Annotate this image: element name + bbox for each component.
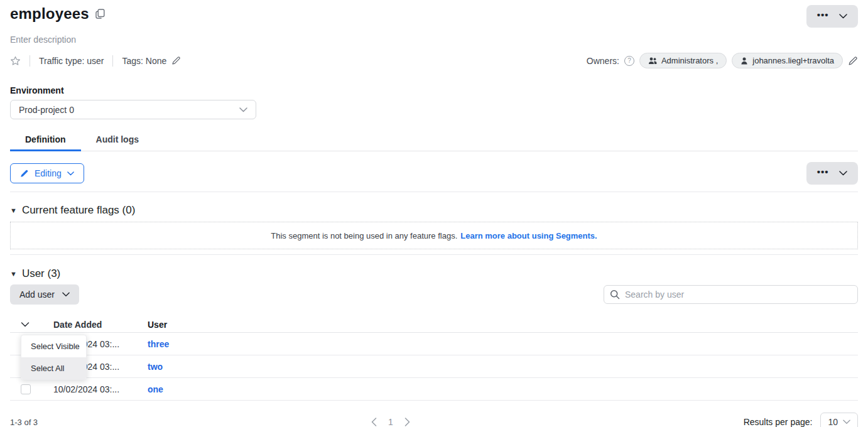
meta-divider	[30, 55, 30, 67]
star-icon[interactable]	[10, 56, 21, 66]
select-rows-chevron-icon[interactable]	[21, 322, 30, 327]
table-row: 10/02/2024 03:... three	[10, 333, 858, 355]
tab-bar: Definition Audit logs	[10, 129, 858, 151]
page-title: employees	[10, 5, 89, 23]
owner-pill-user[interactable]: johannes.liegl+travolta	[732, 53, 843, 68]
meta-row: Traffic type: user Tags: None Owners: ? …	[10, 53, 858, 68]
owners-help-icon[interactable]: ?	[624, 56, 634, 66]
learn-more-link[interactable]: Learn more about using Segments.	[460, 231, 597, 241]
collapse-all-icon[interactable]	[839, 171, 847, 176]
results-per-page-label: Results per page:	[744, 417, 813, 427]
current-page-number[interactable]: 1	[388, 417, 393, 427]
owner-pill-administrators[interactable]: Administrators ,	[639, 53, 727, 68]
per-page-value: 10	[828, 417, 838, 427]
add-user-label: Add user	[19, 289, 55, 300]
group-icon	[648, 57, 657, 65]
pencil-icon	[20, 169, 29, 178]
table-row: 10/02/2024 03:... two	[10, 355, 858, 378]
caret-down-icon: ▼	[10, 207, 17, 214]
search-user-wrap	[604, 285, 858, 304]
chevron-down-icon	[843, 419, 850, 424]
flags-empty-text: This segment is not being used in any fe…	[271, 231, 457, 241]
tab-definition[interactable]: Definition	[10, 129, 81, 151]
users-table: Date Added User 10/02/2024 03:... three …	[10, 316, 858, 401]
section-actions-group: •••	[806, 162, 858, 185]
edit-tags-pencil-icon[interactable]	[171, 56, 181, 65]
environment-selected-value: Prod-project 0	[19, 105, 74, 115]
owner-pill-label: Administrators ,	[661, 56, 718, 65]
date-added-cell: 10/02/2024 03:...	[53, 384, 148, 394]
next-page-icon[interactable]	[404, 418, 410, 426]
row-checkbox[interactable]	[21, 384, 31, 394]
section-divider	[10, 192, 858, 192]
collapse-header-icon[interactable]	[839, 14, 847, 19]
flags-section-title: Current feature flags (0)	[22, 204, 135, 217]
column-header-date-added[interactable]: Date Added	[53, 320, 148, 330]
edit-owners-pencil-icon[interactable]	[848, 56, 858, 66]
user-link[interactable]: one	[148, 384, 163, 394]
tags-label: Tags: None	[122, 56, 166, 66]
chevron-down-icon	[67, 171, 74, 176]
owners-row: Owners: ? Administrators , johannes.lieg…	[587, 53, 858, 68]
header-actions-group: •••	[806, 5, 858, 28]
results-per-page-select[interactable]: 10	[820, 413, 858, 427]
table-header-row: Date Added User	[10, 316, 858, 333]
pagination-bar: 1-3 of 3 1 Results per page: 10	[10, 411, 858, 427]
owner-pill-label: johannes.liegl+travolta	[752, 56, 834, 65]
person-icon	[741, 57, 748, 65]
previous-page-icon[interactable]	[371, 418, 377, 426]
traffic-type-label: Traffic type: user	[39, 56, 104, 66]
editing-button-label: Editing	[35, 168, 62, 178]
more-options-icon[interactable]: •••	[817, 10, 829, 23]
copy-icon[interactable]	[95, 9, 105, 19]
more-options-icon[interactable]: •••	[817, 167, 829, 180]
users-section-heading[interactable]: ▼ User (3)	[10, 268, 858, 280]
editing-button[interactable]: Editing	[10, 163, 84, 183]
search-user-input[interactable]	[604, 285, 858, 304]
environment-select[interactable]: Prod-project 0	[10, 100, 256, 119]
column-header-user[interactable]: User	[148, 320, 858, 330]
menu-item-select-visible[interactable]: Select Visible	[21, 335, 86, 357]
select-rows-menu: Select Visible Select All	[21, 335, 87, 380]
chevron-down-icon	[62, 292, 70, 297]
owners-label: Owners:	[587, 56, 619, 66]
table-row: 10/02/2024 03:... one	[10, 378, 858, 401]
caret-down-icon: ▼	[10, 271, 17, 278]
users-section-title: User (3)	[22, 268, 60, 280]
segment-detail-page: employees ••• Enter description Traffic …	[0, 0, 868, 427]
section-divider	[10, 254, 858, 255]
description-placeholder[interactable]: Enter description	[10, 35, 858, 45]
flags-empty-state: This segment is not being used in any fe…	[10, 222, 858, 249]
page-header: employees •••	[10, 5, 858, 28]
results-range: 1-3 of 3	[10, 418, 38, 427]
pager: 1	[371, 417, 410, 427]
menu-item-select-all[interactable]: Select All	[21, 357, 86, 379]
meta-divider	[112, 55, 113, 67]
tab-audit-logs[interactable]: Audit logs	[81, 129, 154, 151]
chevron-down-icon	[239, 107, 247, 112]
environment-label: Environment	[10, 85, 858, 95]
user-link[interactable]: two	[148, 362, 163, 372]
add-user-button[interactable]: Add user	[10, 284, 79, 305]
search-icon	[610, 289, 620, 300]
edit-toolbar: Editing •••	[10, 162, 858, 185]
user-link[interactable]: three	[148, 339, 169, 349]
flags-section-heading[interactable]: ▼ Current feature flags (0)	[10, 204, 858, 217]
users-controls-row: Add user	[10, 284, 858, 305]
results-per-page: Results per page: 10	[744, 413, 858, 427]
